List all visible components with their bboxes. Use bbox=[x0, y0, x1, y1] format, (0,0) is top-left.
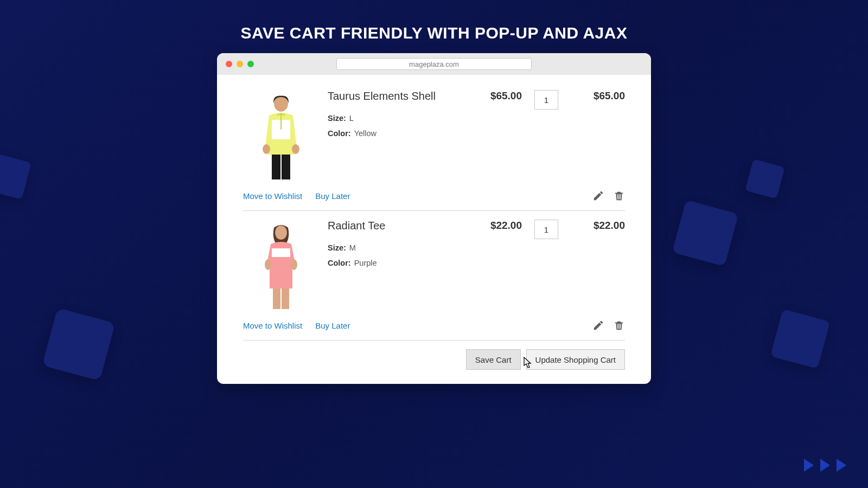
svg-point-3 bbox=[292, 144, 299, 154]
bg-cube bbox=[770, 309, 830, 369]
product-name[interactable]: Taurus Elements Shell bbox=[328, 90, 473, 102]
svg-rect-5 bbox=[282, 155, 290, 179]
size-value: M bbox=[349, 243, 356, 252]
move-to-wishlist-link[interactable]: Move to Wishlist bbox=[243, 191, 302, 201]
item-actions: Move to Wishlist Buy Later bbox=[243, 312, 625, 341]
buy-later-link[interactable]: Buy Later bbox=[315, 191, 350, 201]
svg-rect-4 bbox=[272, 155, 280, 179]
unit-price: $65.00 bbox=[473, 90, 522, 182]
size-label: Size: bbox=[328, 243, 346, 252]
svg-point-7 bbox=[275, 226, 287, 240]
svg-rect-11 bbox=[273, 288, 280, 309]
item-actions: Move to Wishlist Buy Later bbox=[243, 182, 625, 211]
color-label: Color: bbox=[328, 129, 351, 138]
buy-later-link[interactable]: Buy Later bbox=[315, 321, 350, 330]
cart-actions: Save Cart Update Shopping Cart bbox=[243, 341, 625, 372]
page-headline: SAVE CART FRIENDLY WITH POP-UP AND AJAX bbox=[0, 24, 868, 42]
url-bar[interactable]: mageplaza.com bbox=[336, 58, 532, 70]
cart-page: Taurus Elements Shell Size:L Color:Yello… bbox=[217, 75, 651, 384]
color-value: Purple bbox=[354, 259, 377, 267]
unit-price: $22.00 bbox=[473, 220, 522, 312]
update-cart-button[interactable]: Update Shopping Cart bbox=[526, 349, 625, 370]
bg-cube bbox=[42, 308, 116, 381]
color-value: Yellow bbox=[354, 129, 376, 138]
trash-icon[interactable] bbox=[613, 319, 625, 331]
qty-input[interactable] bbox=[534, 220, 558, 239]
bg-cube bbox=[745, 159, 784, 198]
trash-icon[interactable] bbox=[613, 190, 625, 202]
subtotal: $65.00 bbox=[571, 90, 625, 182]
product-image[interactable] bbox=[243, 90, 319, 182]
edit-icon[interactable] bbox=[592, 319, 604, 331]
svg-point-2 bbox=[263, 144, 270, 154]
svg-rect-8 bbox=[270, 257, 292, 288]
bg-cube bbox=[672, 200, 738, 266]
size-value: L bbox=[349, 114, 354, 123]
size-label: Size: bbox=[328, 114, 346, 123]
color-label: Color: bbox=[328, 259, 351, 267]
minimize-window-icon[interactable] bbox=[237, 61, 243, 67]
bg-cube bbox=[0, 153, 31, 200]
browser-chrome: mageplaza.com bbox=[217, 53, 651, 75]
svg-rect-12 bbox=[282, 288, 289, 309]
qty-input[interactable] bbox=[534, 90, 558, 110]
save-cart-button[interactable]: Save Cart bbox=[466, 349, 521, 370]
maximize-window-icon[interactable] bbox=[247, 61, 254, 67]
product-name[interactable]: Radiant Tee bbox=[328, 220, 473, 232]
product-image[interactable] bbox=[243, 220, 319, 312]
subtotal: $22.00 bbox=[571, 220, 625, 312]
browser-window: mageplaza.com Taurus Elements Shell bbox=[217, 53, 651, 384]
svg-rect-1 bbox=[267, 139, 295, 155]
cart-item: Taurus Elements Shell Size:L Color:Yello… bbox=[243, 81, 625, 182]
cursor-icon bbox=[522, 357, 532, 369]
edit-icon[interactable] bbox=[592, 190, 604, 202]
cart-item: Radiant Tee Size:M Color:Purple $22.00 $… bbox=[243, 211, 625, 312]
svg-point-10 bbox=[291, 259, 297, 270]
svg-point-9 bbox=[265, 259, 271, 270]
close-window-icon[interactable] bbox=[226, 61, 232, 67]
window-controls bbox=[226, 61, 254, 67]
bg-triangles bbox=[804, 459, 846, 472]
move-to-wishlist-link[interactable]: Move to Wishlist bbox=[243, 321, 302, 330]
